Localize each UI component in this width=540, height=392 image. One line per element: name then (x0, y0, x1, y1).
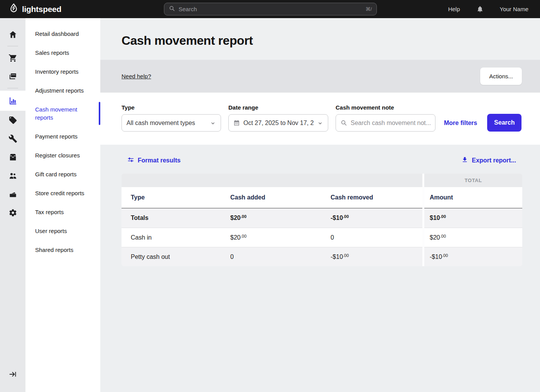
col-header-cash-removed[interactable]: Cash removed (331, 187, 422, 208)
cash-movement-table: TOTAL Type Cash added Cash removed Amoun… (122, 174, 522, 266)
lightspeed-logo-icon (8, 3, 19, 15)
row-label: Totals (122, 208, 230, 228)
sidebar-item-label: Cash movement reports (35, 105, 93, 122)
sidebar-item-inventory-reports[interactable]: Inventory reports (25, 62, 100, 81)
brand-name: lightspeed (22, 5, 61, 14)
total-band-spacer (122, 174, 422, 187)
amount-value: $20.00 (424, 228, 522, 247)
global-search-input[interactable] (179, 6, 362, 12)
sidebar-item-user-reports[interactable]: User reports (25, 221, 100, 240)
filter-type-group: Type All cash movement types (122, 104, 221, 132)
search-button[interactable]: Search (487, 114, 521, 132)
sidebar-item-gift-card-reports[interactable]: Gift card reports (25, 165, 100, 184)
sidebar-item-tax-reports[interactable]: Tax reports (25, 203, 100, 221)
type-select-value: All cash movement types (127, 120, 206, 127)
service-wrench-icon[interactable] (0, 129, 25, 148)
note-label: Cash movement note (336, 104, 435, 111)
reports-sidebar: Retail dashboard Sales reports Inventory… (25, 18, 100, 392)
page-title: Cash movement report (122, 34, 540, 48)
main-content: Cash movement report Need help? Actions.… (100, 18, 540, 392)
rail-divider (7, 46, 18, 46)
col-header-amount[interactable]: Amount (424, 187, 522, 208)
table-header-row: Type Cash added Cash removed Amount (122, 187, 522, 208)
reports-chart-icon[interactable] (0, 91, 25, 111)
chevron-down-icon (210, 120, 216, 126)
search-icon (169, 5, 175, 13)
amount-value: -$10.00 (424, 247, 522, 266)
expand-sidebar-icon[interactable] (0, 365, 25, 384)
active-indicator (99, 102, 100, 125)
actions-button[interactable]: Actions... (480, 68, 522, 85)
customers-people-icon[interactable] (0, 166, 25, 185)
type-label: Type (122, 104, 221, 111)
home-icon[interactable] (0, 25, 25, 44)
catalog-tag-icon[interactable] (0, 111, 25, 129)
sidebar-item-shared-reports[interactable]: Shared reports (25, 240, 100, 259)
format-sliders-icon (127, 156, 134, 165)
row-label: Cash in (122, 228, 230, 247)
sidebar-item-register-closures[interactable]: Register closures (25, 146, 100, 165)
cash-removed-value: -$10.00 (331, 247, 422, 266)
sidebar-item-adjustment-reports[interactable]: Adjustment reports (25, 81, 100, 100)
date-range-picker[interactable]: Oct 27, 2025 to Nov 17, 2 (228, 114, 328, 132)
export-report-label: Export report... (472, 157, 516, 164)
notifications-bell-icon[interactable] (476, 5, 484, 13)
sidebar-item-payment-reports[interactable]: Payment reports (25, 127, 100, 146)
filter-note-group: Cash movement note (336, 104, 435, 132)
inventory-box-icon[interactable] (0, 148, 25, 166)
ecom-case-icon[interactable] (0, 185, 25, 203)
table-row-petty-cash-out: Petty cash out 0 -$10.00 -$10.00 (122, 247, 522, 266)
calendar-icon (233, 120, 240, 126)
icon-rail (0, 18, 25, 392)
sidebar-item-store-credit-reports[interactable]: Store credit reports (25, 184, 100, 203)
filter-date-group: Date range Oct 27, 2025 to Nov 17, 2 (228, 104, 328, 132)
top-bar: lightspeed ⌘/ Help Your Name (0, 0, 540, 18)
cash-removed-value: 0 (331, 228, 422, 247)
global-search[interactable]: ⌘/ (164, 3, 377, 15)
date-range-label: Date range (228, 104, 328, 111)
total-label: TOTAL (464, 177, 482, 183)
help-link[interactable]: Help (448, 6, 460, 12)
note-search-input[interactable] (351, 120, 430, 127)
format-results-link[interactable]: Format results (127, 156, 181, 165)
results-section: Format results Export report... TOTAL (100, 145, 540, 392)
sidebar-item-sales-reports[interactable]: Sales reports (25, 43, 100, 62)
user-menu[interactable]: Your Name (500, 6, 529, 12)
sidebar-item-retail-dashboard[interactable]: Retail dashboard (25, 24, 100, 43)
sidebar-item-cash-movement-reports[interactable]: Cash movement reports (25, 100, 100, 127)
search-icon (341, 120, 347, 126)
cash-added-value: $20.00 (230, 228, 331, 247)
settings-gear-icon[interactable] (0, 203, 25, 222)
amount-value: $10.00 (424, 208, 522, 228)
rail-divider (7, 88, 18, 88)
need-help-link[interactable]: Need help? (122, 73, 151, 79)
brand[interactable]: lightspeed (0, 3, 61, 15)
sales-cart-icon[interactable] (0, 49, 25, 67)
register-icon[interactable] (0, 67, 25, 86)
col-header-type[interactable]: Type (122, 187, 230, 208)
help-actions-bar: Need help? Actions... (100, 60, 540, 93)
table-total-band: TOTAL (122, 174, 522, 187)
note-search-field (336, 114, 435, 132)
table-row-totals: Totals $20.00 -$10.00 $10.00 (122, 208, 522, 228)
cash-added-value: 0 (230, 247, 331, 266)
chevron-down-icon (317, 120, 323, 126)
type-select[interactable]: All cash movement types (122, 114, 221, 132)
search-shortcut-hint: ⌘/ (365, 6, 372, 12)
cash-added-value: $20.00 (230, 208, 331, 228)
total-band-cell: TOTAL (424, 174, 522, 187)
download-icon (461, 156, 468, 165)
col-header-cash-added[interactable]: Cash added (230, 187, 331, 208)
cash-removed-value: -$10.00 (331, 208, 422, 228)
row-label: Petty cash out (122, 247, 230, 266)
title-section: Cash movement report (100, 18, 540, 60)
filters-bar: Type All cash movement types Date range … (100, 93, 540, 145)
export-report-link[interactable]: Export report... (461, 156, 516, 165)
table-row-cash-in: Cash in $20.00 0 $20.00 (122, 228, 522, 247)
date-range-value: Oct 27, 2025 to Nov 17, 2 (243, 120, 314, 127)
format-results-label: Format results (138, 157, 181, 164)
more-filters-link[interactable]: More filters (444, 120, 477, 127)
